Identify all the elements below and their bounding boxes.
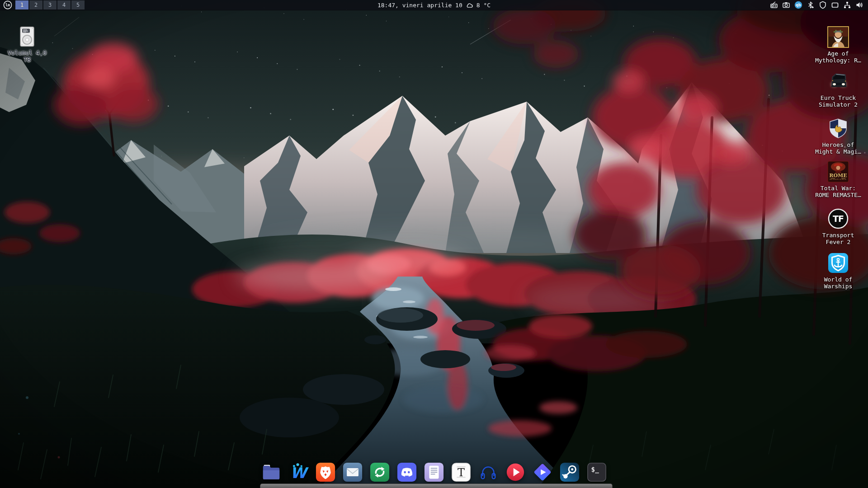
workspace-button-4[interactable]: 4 [57, 0, 71, 9]
rome-remastered-icon: ROME REMASTERED [827, 161, 849, 183]
desktop-icon-transport-fever-2[interactable]: TF Transport Fever 2 [809, 208, 868, 245]
shortcut-label: Total War: [815, 185, 861, 192]
workspace-switcher: 1 2 3 4 5 [15, 0, 85, 10]
shield-icon[interactable] [818, 0, 827, 9]
svg-text:qb: qb [796, 3, 801, 7]
top-panel: lm 1 2 3 4 5 18:47, vineri aprilie 10 8 … [0, 0, 868, 10]
workspace-button-2[interactable]: 2 [29, 0, 42, 9]
svg-text:REMASTERED: REMASTERED [830, 178, 846, 180]
wallpaper-mountain-landscape [0, 0, 868, 488]
temperature-text: 8 °C [476, 2, 491, 9]
steam-icon [559, 462, 580, 483]
desktop-icon-total-war-rome-remastered[interactable]: ROME REMASTERED Total War: ROME REMASTE… [809, 161, 868, 198]
dock-item-discord[interactable] [396, 462, 417, 483]
world-of-warships-icon [827, 252, 849, 274]
svg-text:ROME: ROME [829, 173, 847, 178]
mail-icon [342, 462, 363, 483]
dock-item-stremio[interactable] [532, 462, 553, 483]
headphones-icon [478, 462, 499, 483]
shortcut-label: ROME REMASTE… [815, 192, 861, 198]
shortcut-label: Transport [822, 232, 854, 239]
cloud-icon [466, 2, 473, 8]
desktop-icon-age-of-mythology[interactable]: Age of Mythology: R… [809, 26, 868, 64]
desktop-icon-volume-drive[interactable]: Volumul 4,0 TB [4, 26, 51, 63]
bluetooth-icon[interactable] [806, 0, 815, 9]
sync-icon [369, 462, 390, 483]
shortcut-label: World of [824, 276, 853, 283]
workspace-button-1[interactable]: 1 [15, 0, 28, 9]
network-icon[interactable] [843, 0, 852, 9]
screen-icon[interactable] [830, 0, 840, 9]
dock-item-brave[interactable] [315, 462, 336, 483]
shortcut-label: Heroes of [815, 141, 861, 148]
dock-item-headphones[interactable] [478, 462, 499, 483]
shortcut-label: Euro Truck [819, 94, 858, 101]
desktop: lm 1 2 3 4 5 18:47, vineri aprilie 10 8 … [0, 0, 868, 488]
workspace-button-3[interactable]: 3 [43, 0, 57, 9]
euro-truck-simulator-2-icon [827, 70, 849, 92]
brave-icon [315, 462, 336, 483]
qbittorrent-icon[interactable]: qb [794, 0, 803, 9]
svg-text:$_: $_ [591, 466, 599, 474]
dock-item-file-manager[interactable] [261, 462, 282, 483]
clock-text: 18:47, vineri aprilie 10 [377, 2, 462, 9]
typora-icon: T [451, 462, 472, 483]
desktop-icon-world-of-warships[interactable]: World of Warships [809, 252, 868, 290]
workspace-button-5[interactable]: 5 [71, 0, 85, 9]
file-manager-icon [261, 462, 282, 483]
hidden-window-bar[interactable] [260, 483, 613, 488]
notes-icon [424, 462, 444, 483]
mint-menu-button[interactable]: lm [0, 0, 15, 10]
dock-item-typora[interactable]: T [451, 462, 472, 483]
dock-item-notes[interactable] [424, 462, 444, 483]
radio-icon[interactable] [769, 0, 778, 9]
svg-text:T: T [458, 466, 465, 479]
shortcut-label: Mythology: R… [815, 57, 861, 64]
heroes-shield-icon [828, 117, 849, 139]
shortcut-label: Fever 2 [822, 239, 854, 245]
dock-item-sync[interactable] [369, 462, 390, 483]
dock-item-steam[interactable] [559, 462, 580, 483]
hard-drive-icon [17, 26, 37, 47]
dock-item-mail[interactable] [342, 462, 363, 483]
desktop-icon-euro-truck-simulator-2[interactable]: Euro Truck Simulator 2 [809, 70, 868, 108]
system-tray: qb [769, 0, 868, 10]
dock-item-waterfox[interactable]: W [288, 462, 309, 483]
drive-label-line1: Volumul 4,0 [8, 49, 47, 56]
panel-left: lm 1 2 3 4 5 [0, 0, 85, 10]
desktop-icon-heroes-of-might-and-magic[interactable]: Heroes of Might & Magi… [809, 117, 868, 155]
svg-text:lm: lm [5, 3, 10, 7]
dock-item-media-player[interactable] [505, 462, 526, 483]
dock-item-terminal[interactable]: $_ [586, 462, 607, 483]
mint-logo-icon: lm [3, 0, 12, 9]
stremio-icon [532, 462, 553, 483]
drive-label-line2: TB [24, 56, 31, 63]
shortcut-label: Warships [824, 283, 853, 290]
discord-icon [396, 462, 417, 483]
volume-icon[interactable] [855, 0, 864, 9]
clock-weather-applet[interactable]: 18:47, vineri aprilie 10 8 °C [377, 0, 491, 10]
waterfox-icon: W [288, 462, 309, 483]
shortcut-label: Simulator 2 [819, 101, 858, 108]
age-of-mythology-icon [827, 26, 849, 48]
camera-icon[interactable] [782, 0, 791, 9]
dock: W [261, 462, 607, 483]
svg-text:TF: TF [833, 214, 844, 224]
transport-fever-2-icon: TF [827, 208, 849, 230]
media-player-icon [505, 462, 526, 483]
shortcut-label: Might & Magi… [815, 148, 861, 155]
shortcut-label: Age of [815, 50, 861, 57]
terminal-icon: $_ [586, 462, 607, 483]
svg-text:W: W [290, 465, 309, 482]
